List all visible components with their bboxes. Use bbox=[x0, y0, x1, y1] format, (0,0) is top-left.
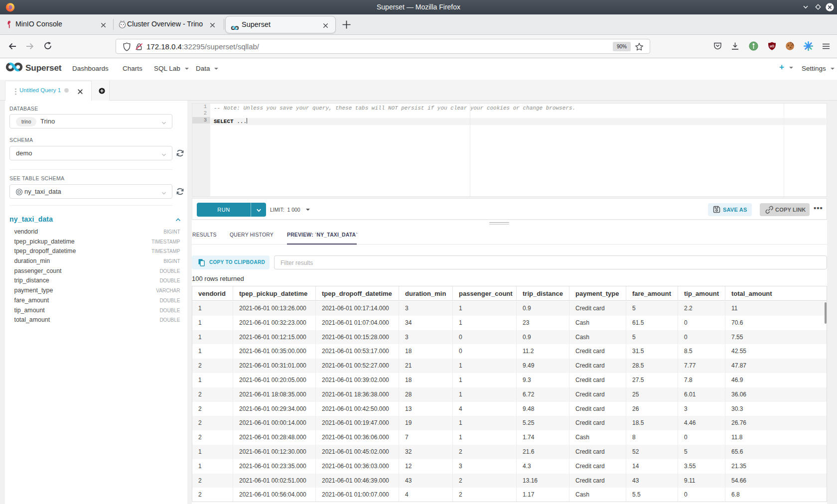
svg-text:uO: uO bbox=[770, 44, 774, 48]
